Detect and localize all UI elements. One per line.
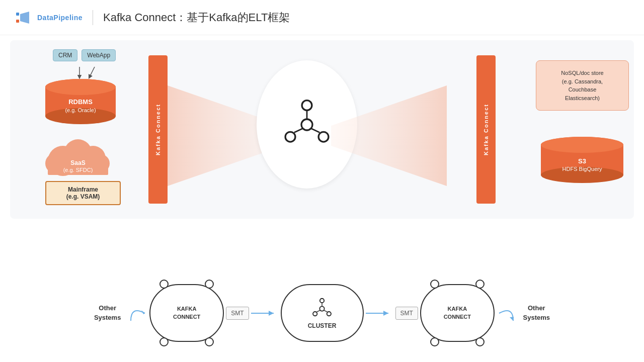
logo-area: DataPipeline	[15, 9, 83, 27]
svg-rect-0	[16, 13, 19, 16]
slide: DataPipeline Kafka Connect：基于Kafka的ELT框架…	[0, 0, 644, 362]
corner-tr-left	[205, 280, 214, 289]
svg-point-31	[541, 137, 623, 153]
s3-cylinder: S3 HDFS BigQuery	[536, 136, 629, 188]
crm-webapp-tags: CRM WebApp	[53, 49, 116, 61]
svg-text:RDBMS: RDBMS	[68, 98, 93, 106]
svg-marker-46	[510, 317, 514, 321]
corner-tr-right	[475, 280, 485, 289]
logo-text: DataPipeline	[37, 14, 83, 22]
crm-tag: CRM	[53, 49, 77, 61]
svg-text:HDFS  BigQuery: HDFS BigQuery	[562, 166, 602, 172]
svg-line-26	[311, 128, 320, 132]
svg-point-22	[285, 132, 295, 142]
svg-point-20	[301, 119, 312, 130]
arrow-other-to-kafka-left	[128, 303, 147, 323]
arrow-smt-to-cluster	[251, 308, 279, 318]
kafka-connect-right-bottom-label: KAFKA CONNECT	[444, 305, 471, 321]
rdbms-cylinder: RDBMS (e.g. Oracle)	[40, 78, 121, 128]
arrow-kafka-to-other-right	[497, 303, 516, 323]
corner-tl-right	[430, 280, 439, 289]
svg-rect-1	[16, 20, 19, 23]
mainframe-label: Mainframe (e.g. VSAM)	[66, 186, 100, 200]
webapp-tag: WebApp	[82, 49, 116, 61]
arrow-cluster-to-smt	[366, 308, 393, 318]
svg-point-37	[319, 306, 324, 311]
header-title: Kafka Connect：基于Kafka的ELT框架	[103, 10, 290, 25]
logo-icon	[15, 9, 33, 27]
kafka-connect-bar-right: Kafka Connect	[476, 55, 496, 204]
bottom-diagram: Other Systems KAFKA CONNECT S	[10, 272, 634, 354]
kafka-connect-bar-left: Kafka Connect	[148, 55, 168, 204]
svg-text:(e.g. Oracle): (e.g. Oracle)	[65, 107, 96, 113]
svg-text:S3: S3	[578, 157, 586, 165]
mainframe-box: Mainframe (e.g. VSAM)	[45, 181, 121, 205]
svg-line-42	[316, 310, 320, 312]
nosql-area: NoSQL/doc store (e.g. Cassandra, Couchba…	[536, 60, 629, 111]
corner-bl-right	[430, 337, 439, 346]
kafka-connect-left-bottom-label: KAFKA CONNECT	[173, 305, 200, 321]
arrow-crm-db	[74, 64, 105, 79]
svg-marker-27	[331, 85, 447, 186]
corner-br-right	[475, 337, 485, 346]
svg-marker-36	[269, 311, 274, 316]
other-systems-left: Other Systems	[89, 304, 126, 322]
kafka-connect-box-right: KAFKA CONNECT	[420, 284, 495, 342]
svg-point-38	[320, 298, 324, 302]
corner-bl-left	[159, 337, 169, 346]
saas-cloud: SaaS (e.g. SFDC)	[38, 133, 118, 180]
svg-text:(e.g. SFDC): (e.g. SFDC)	[63, 167, 93, 173]
kafka-connect-right-label: Kafka Connect	[483, 104, 489, 155]
header-divider	[93, 10, 93, 25]
other-systems-right: Other Systems	[518, 304, 555, 322]
kafka-connect-box-left: KAFKA CONNECT	[149, 284, 224, 342]
main-content: CRM WebApp RDBMS (e.g. Oracle)	[0, 35, 644, 362]
svg-point-40	[327, 311, 331, 315]
kafka-connect-left-label: Kafka Connect	[155, 104, 161, 155]
smt-left: SMT	[226, 307, 249, 320]
smt-right: SMT	[395, 307, 418, 320]
funnel-right	[331, 85, 447, 186]
svg-point-23	[318, 132, 329, 142]
header: DataPipeline Kafka Connect：基于Kafka的ELT框架	[0, 0, 644, 35]
corner-br-left	[205, 337, 214, 346]
svg-point-39	[313, 311, 317, 315]
svg-marker-2	[20, 12, 29, 24]
svg-point-8	[45, 79, 116, 95]
nosql-label: NoSQL/doc store (e.g. Cassandra, Couchba…	[561, 69, 603, 102]
svg-line-4	[90, 67, 95, 77]
cluster-kafka-icon	[310, 297, 334, 320]
svg-text:SaaS: SaaS	[70, 159, 85, 166]
cluster-box: CLUSTER	[281, 284, 364, 342]
svg-marker-45	[383, 311, 388, 316]
svg-line-43	[324, 310, 328, 312]
cluster-label: CLUSTER	[308, 322, 337, 329]
svg-line-25	[294, 128, 303, 132]
svg-point-21	[302, 100, 312, 110]
kafka-cluster-icon	[279, 97, 335, 152]
